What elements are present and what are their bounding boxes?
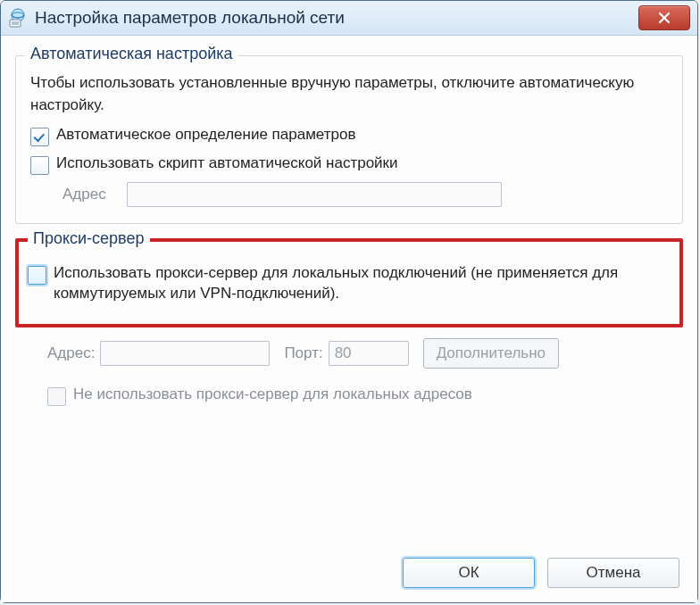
- bypass-local-label: Не использовать прокси-сервер для локаль…: [73, 385, 472, 405]
- auto-detect-label: Автоматическое определение параметров: [56, 125, 355, 145]
- proxy-address-input[interactable]: [100, 341, 270, 366]
- use-script-checkbox[interactable]: [30, 156, 49, 175]
- use-proxy-row[interactable]: Использовать прокси-сервер для локальных…: [28, 263, 671, 304]
- use-script-label: Использовать скрипт автоматической настр…: [56, 153, 398, 174]
- auto-detect-row[interactable]: Автоматическое определение параметров: [30, 125, 668, 146]
- ok-button[interactable]: ОК: [403, 558, 535, 588]
- advanced-button[interactable]: Дополнительно: [423, 338, 559, 369]
- auto-detect-checkbox[interactable]: [30, 128, 49, 146]
- close-button[interactable]: [638, 5, 690, 30]
- auto-config-group: Автоматическая настройка Чтобы использов…: [15, 55, 683, 224]
- bypass-local-row[interactable]: Не использовать прокси-сервер для локаль…: [47, 385, 683, 406]
- auto-config-legend: Автоматическая настройка: [25, 45, 238, 63]
- use-proxy-label: Использовать прокси-сервер для локальных…: [54, 263, 671, 304]
- close-icon: [658, 12, 671, 24]
- script-address-label: Адрес: [62, 186, 127, 203]
- window-title: Настройка параметров локальной сети: [35, 8, 638, 28]
- svg-rect-2: [10, 20, 21, 27]
- proxy-group-highlight: Прокси-сервер Использовать прокси-сервер…: [15, 238, 683, 327]
- proxy-port-label: Порт:: [284, 344, 322, 362]
- auto-config-helptext: Чтобы использовать установленные вручную…: [30, 72, 668, 116]
- dialog-buttons: ОК Отмена: [15, 552, 683, 590]
- cancel-button[interactable]: Отмена: [547, 558, 679, 588]
- script-address-row: Адрес: [62, 182, 668, 207]
- proxy-address-label: Адрес:: [47, 344, 95, 362]
- use-proxy-checkbox[interactable]: [28, 266, 46, 285]
- use-script-row[interactable]: Использовать скрипт автоматической настр…: [30, 153, 668, 175]
- client-area: Автоматическая настройка Чтобы использов…: [1, 36, 697, 602]
- titlebar: Настройка параметров локальной сети: [1, 1, 697, 36]
- proxy-port-input[interactable]: [329, 341, 409, 366]
- script-address-input[interactable]: [127, 182, 502, 207]
- proxy-address-row: Адрес: Порт: Дополнительно: [47, 338, 683, 369]
- proxy-legend: Прокси-сервер: [28, 229, 150, 248]
- bypass-local-checkbox[interactable]: [47, 387, 66, 406]
- internet-options-icon: [8, 8, 28, 28]
- lan-settings-window: Настройка параметров локальной сети Авто…: [0, 0, 698, 603]
